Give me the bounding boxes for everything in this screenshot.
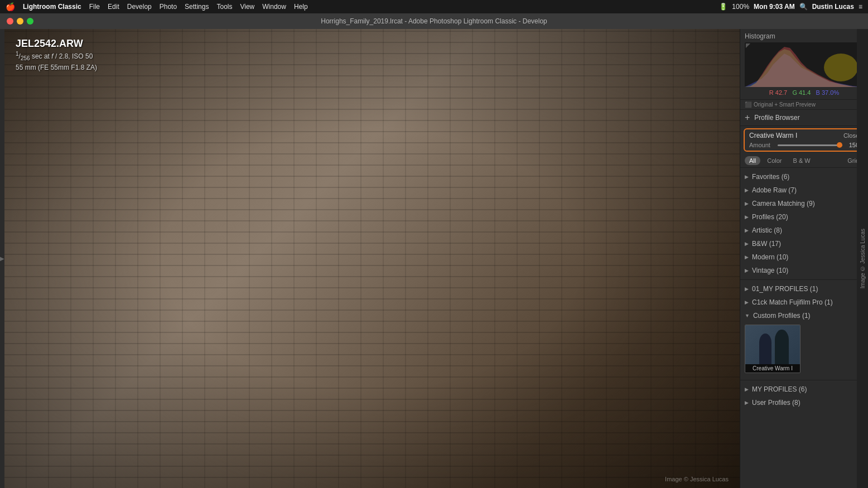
- c1ck-expand-icon: ▶: [745, 299, 749, 305]
- amount-slider-thumb[interactable]: [837, 142, 842, 148]
- profile-browser-header: + Profile Browser: [740, 110, 868, 126]
- favorites-expand-icon: ▶: [745, 174, 749, 180]
- active-profile-name: Creative Warm I: [749, 132, 797, 139]
- custom-profiles-section: ▼ Custom Profiles (1) Creative Warm I: [740, 309, 868, 378]
- profile-group-c1ck-header[interactable]: ▶ C1ck Match Fujifilm Pro (1): [740, 296, 868, 309]
- menubar-right: 🔋 100% Mon 9:03 AM 🔍 Dustin Lucas ≡: [719, 3, 862, 11]
- menu-develop[interactable]: Develop: [127, 3, 152, 11]
- histogram-r-value: R 42.7: [769, 89, 787, 96]
- profile-group-vintage: ▶ Vintage (10): [740, 264, 868, 277]
- filter-tabs: All Color B & W Grid: [740, 154, 868, 168]
- filter-tab-bw[interactable]: B & W: [789, 156, 815, 165]
- menu-view[interactable]: View: [240, 3, 254, 11]
- artistic-label: Artistic (8): [752, 226, 782, 234]
- c1ck-label: C1ck Match Fujifilm Pro (1): [752, 298, 833, 306]
- separator-2: [740, 380, 868, 380]
- profile-group-profiles-header[interactable]: ▶ Profiles (20): [740, 210, 868, 224]
- menu-settings[interactable]: Settings: [185, 3, 209, 11]
- photo-filename: JEL2542.ARW: [16, 38, 97, 50]
- profile-group-c1ck: ▶ C1ck Match Fujifilm Pro (1): [740, 296, 868, 309]
- profile-group-bw: ▶ B&W (17): [740, 237, 868, 250]
- histogram-section: Histogram ▽: [740, 29, 868, 100]
- window-title: Horrighs_Family_2019.lrcat - Adobe Photo…: [321, 17, 547, 25]
- menu-edit[interactable]: Edit: [108, 3, 119, 11]
- cameramatching-expand-icon: ▶: [745, 201, 749, 206]
- userprofiles-expand-icon: ▶: [745, 400, 749, 405]
- modern-expand-icon: ▶: [745, 254, 749, 260]
- profile-group-myprofiles-header[interactable]: ▶ MY PROFILES (6): [740, 383, 868, 396]
- menu-photo[interactable]: Photo: [160, 3, 177, 11]
- amount-slider[interactable]: [778, 144, 842, 146]
- profile-group-cameramatching: ▶ Camera Matching (9): [740, 197, 868, 210]
- thumbnail-figure-left: [759, 334, 771, 364]
- apple-menu[interactable]: 🍎: [6, 2, 15, 11]
- right-panel: Histogram ▽: [740, 29, 868, 488]
- profile-group-artistic-header[interactable]: ▶ Artistic (8): [740, 224, 868, 237]
- favorites-label: Favorites (6): [752, 173, 789, 181]
- userprofiles-label: User Profiles (8): [752, 399, 801, 407]
- profile-group-adoberaw-header[interactable]: ▶ Adobe Raw (7): [740, 183, 868, 197]
- smart-preview-icon: ⬛: [745, 102, 751, 108]
- photo-area: JEL2542.ARW 1/256 sec at f / 2.8, ISO 50…: [4, 29, 740, 488]
- profile-group-adoberaw: ▶ Adobe Raw (7): [740, 183, 868, 197]
- myprofiles01-expand-icon: ▶: [745, 286, 749, 292]
- profile-group-myprofiles01: ▶ 01_MY PROFILES (1): [740, 282, 868, 296]
- amount-slider-fill: [778, 144, 842, 146]
- cameramatching-label: Camera Matching (9): [752, 200, 815, 207]
- separator: [740, 279, 868, 280]
- myprofiles01-label: 01_MY PROFILES (1): [752, 285, 818, 293]
- vintage-label: Vintage (10): [752, 267, 788, 274]
- profile-group-myprofiles: ▶ MY PROFILES (6): [740, 383, 868, 396]
- profile-group-modern-header[interactable]: ▶ Modern (10): [740, 250, 868, 264]
- profile-group-bw-header[interactable]: ▶ B&W (17): [740, 237, 868, 250]
- profile-group-myprofiles01-header[interactable]: ▶ 01_MY PROFILES (1): [740, 282, 868, 296]
- search-icon[interactable]: 🔍: [799, 3, 808, 11]
- profile-group-vintage-header[interactable]: ▶ Vintage (10): [740, 264, 868, 277]
- menu-bar: 🍎 Lightroom Classic File Edit Develop Ph…: [0, 0, 868, 13]
- smart-preview-label: Original + Smart Preview: [754, 102, 816, 108]
- close-window-button[interactable]: [7, 18, 13, 25]
- photo-exposure: 1/256 sec at f / 2.8, ISO 50: [16, 50, 97, 62]
- modern-label: Modern (10): [752, 253, 788, 261]
- histogram-title: Histogram: [745, 32, 775, 40]
- add-profile-button[interactable]: +: [745, 113, 750, 123]
- menu-icon[interactable]: ≡: [859, 3, 862, 11]
- histogram-canvas: [745, 42, 864, 87]
- photo-background: [4, 29, 740, 488]
- custom-profiles-expand-icon: ▼: [745, 313, 750, 318]
- minimize-window-button[interactable]: [17, 18, 23, 25]
- histogram-rgb-values: R 42.7 G 41.4 B 37.0%: [745, 89, 864, 96]
- menu-tools[interactable]: Tools: [216, 3, 232, 11]
- thumbnail-figure-right: [775, 330, 789, 364]
- shadow-clipping-indicator[interactable]: [746, 44, 750, 48]
- profile-group-userprofiles-header[interactable]: ▶ User Profiles (8): [740, 396, 868, 409]
- user-name: Dustin Lucas: [812, 3, 854, 11]
- profile-group-artistic: ▶ Artistic (8): [740, 224, 868, 237]
- filter-tab-color[interactable]: Color: [763, 156, 786, 165]
- maximize-window-button[interactable]: [27, 18, 33, 25]
- svg-point-0: [824, 54, 858, 81]
- profile-thumbnail-image: [745, 325, 801, 364]
- histogram-header: Histogram ▽: [745, 32, 864, 40]
- profile-group-favorites: ▶ Favorites (6): [740, 170, 868, 183]
- profile-browser: + Profile Browser Creative Warm I Close …: [740, 110, 868, 488]
- artistic-expand-icon: ▶: [745, 228, 749, 233]
- myprofiles-expand-icon: ▶: [745, 386, 749, 392]
- menu-window[interactable]: Window: [262, 3, 286, 11]
- menu-help[interactable]: Help: [294, 3, 308, 11]
- profile-thumbnail-creative-warm[interactable]: Creative Warm I: [745, 325, 801, 373]
- profile-group-favorites-header[interactable]: ▶ Favorites (6): [740, 170, 868, 183]
- left-panel-toggle[interactable]: ▶: [0, 29, 4, 488]
- photo-info-overlay: JEL2542.ARW 1/256 sec at f / 2.8, ISO 50…: [16, 38, 97, 73]
- profile-thumbnail-label: Creative Warm I: [745, 364, 800, 373]
- profile-group-profiles: ▶ Profiles (20): [740, 210, 868, 224]
- profiles-expand-icon: ▶: [745, 214, 749, 220]
- app-name[interactable]: Lightroom Classic: [23, 3, 81, 11]
- custom-profiles-header[interactable]: ▼ Custom Profiles (1): [740, 309, 868, 322]
- main-layout: ▶ JEL2542.ARW 1/256 sec at f / 2.8, ISO …: [0, 29, 868, 488]
- profile-list[interactable]: ▶ Favorites (6) ▶ Adobe Raw (7) ▶ Camera: [740, 168, 868, 488]
- profile-group-cameramatching-header[interactable]: ▶ Camera Matching (9): [740, 197, 868, 210]
- histogram-b-value: B 37.0%: [816, 89, 840, 96]
- menu-file[interactable]: File: [89, 3, 100, 11]
- filter-tab-all[interactable]: All: [745, 156, 760, 165]
